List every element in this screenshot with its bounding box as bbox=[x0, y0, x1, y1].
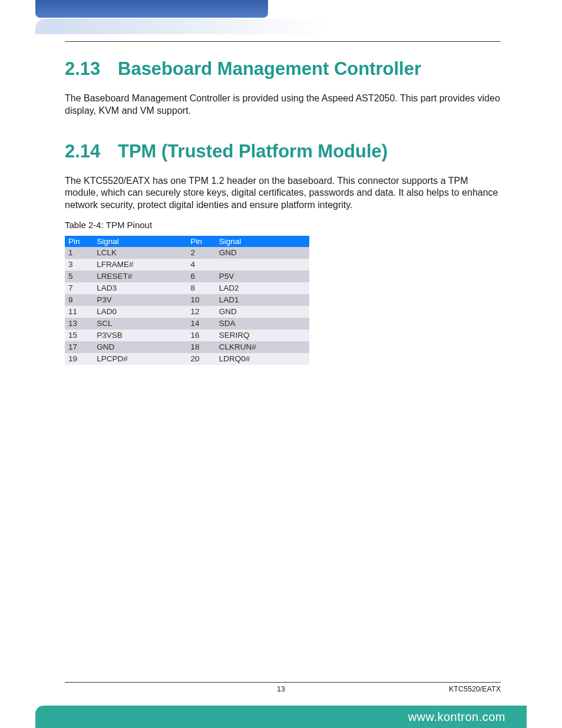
section-body-2-13: The Baseboard Management Controller is p… bbox=[65, 93, 501, 117]
table-cell: LPCPD# bbox=[93, 353, 187, 365]
table-row: 7LAD38LAD2 bbox=[65, 282, 309, 294]
table-header-row: Pin Signal Pin Signal bbox=[65, 236, 309, 247]
table-cell: CLKRUN# bbox=[216, 341, 309, 353]
table-cell: 14 bbox=[187, 318, 215, 330]
table-cell: LAD1 bbox=[216, 294, 309, 306]
table-cell: SERIRQ bbox=[216, 330, 309, 341]
table-cell: LAD3 bbox=[93, 282, 187, 294]
table-cell: 4 bbox=[187, 259, 215, 271]
table-cell: P5V bbox=[216, 271, 309, 282]
th-signal-a: Signal bbox=[93, 236, 187, 247]
table-cell: 7 bbox=[65, 282, 93, 294]
table-cell: SCL bbox=[93, 318, 187, 330]
table-cell: 9 bbox=[65, 294, 93, 306]
table-row: 5LRESET#6P5V bbox=[65, 271, 309, 282]
th-pin-b: Pin bbox=[187, 236, 215, 247]
table-cell: 16 bbox=[187, 330, 215, 341]
table-cell: 20 bbox=[187, 353, 215, 365]
section-title: TPM (Trusted Platform Module) bbox=[118, 141, 388, 162]
table-cell: 10 bbox=[187, 294, 215, 306]
header-corner-gradient bbox=[35, 19, 524, 34]
table-row: 1LCLK2GND bbox=[65, 247, 309, 259]
th-signal-b: Signal bbox=[216, 236, 309, 247]
table-cell: 5 bbox=[65, 271, 93, 282]
table-row: 3LFRAME#4 bbox=[65, 259, 309, 271]
table-cell: 18 bbox=[187, 341, 215, 353]
top-divider bbox=[65, 41, 501, 42]
footer-url: www.kontron.com bbox=[408, 710, 505, 724]
table-caption: Table 2-4: TPM Pinout bbox=[65, 220, 501, 230]
table-cell: P3V bbox=[93, 294, 187, 306]
table-cell: GND bbox=[216, 306, 309, 318]
table-cell: 12 bbox=[187, 306, 215, 318]
table-cell: SDA bbox=[216, 318, 309, 330]
table-row: 9P3V10LAD1 bbox=[65, 294, 309, 306]
footer-bar: www.kontron.com bbox=[35, 706, 527, 728]
table-row: 15P3VSB16SERIRQ bbox=[65, 330, 309, 341]
tpm-pinout-table: Pin Signal Pin Signal 1LCLK2GND3LFRAME#4… bbox=[65, 236, 309, 365]
table-cell: 8 bbox=[187, 282, 215, 294]
section-body-2-14: The KTC5520/EATX has one TPM 1.2 header … bbox=[65, 175, 501, 212]
footer-divider bbox=[65, 682, 501, 683]
section-number: 2.14 bbox=[65, 141, 103, 162]
th-pin-a: Pin bbox=[65, 236, 93, 247]
table-cell: LAD0 bbox=[93, 306, 187, 318]
table-row: 13SCL14SDA bbox=[65, 318, 309, 330]
table-cell: 17 bbox=[65, 341, 93, 353]
table-cell: GND bbox=[93, 341, 187, 353]
document-id: KTC5520/EATX bbox=[449, 685, 501, 693]
table-cell: LFRAME# bbox=[93, 259, 187, 271]
table-cell: P3VSB bbox=[93, 330, 187, 341]
table-row: 19LPCPD#20LDRQ0# bbox=[65, 353, 309, 365]
table-cell: 19 bbox=[65, 353, 93, 365]
table-cell: LRESET# bbox=[93, 271, 187, 282]
header-accent-bar bbox=[35, 0, 268, 18]
table-cell: LAD2 bbox=[216, 282, 309, 294]
section-title: Baseboard Management Controller bbox=[118, 58, 421, 80]
table-cell: 3 bbox=[65, 259, 93, 271]
table-cell: GND bbox=[216, 247, 309, 259]
table-cell: 13 bbox=[65, 318, 93, 330]
section-number: 2.13 bbox=[65, 58, 103, 80]
page-content: 2.13 Baseboard Management Controller The… bbox=[65, 41, 501, 365]
section-heading-2-14: 2.14 TPM (Trusted Platform Module) bbox=[65, 141, 501, 162]
section-heading-2-13: 2.13 Baseboard Management Controller bbox=[65, 58, 501, 80]
table-cell: 2 bbox=[187, 247, 215, 259]
table-row: 17GND18CLKRUN# bbox=[65, 341, 309, 353]
table-cell bbox=[216, 259, 309, 271]
table-cell: 15 bbox=[65, 330, 93, 341]
table-cell: 1 bbox=[65, 247, 93, 259]
table-cell: 6 bbox=[187, 271, 215, 282]
table-cell: 11 bbox=[65, 306, 93, 318]
table-cell: LCLK bbox=[93, 247, 187, 259]
table-row: 11LAD012GND bbox=[65, 306, 309, 318]
table-cell: LDRQ0# bbox=[216, 353, 309, 365]
